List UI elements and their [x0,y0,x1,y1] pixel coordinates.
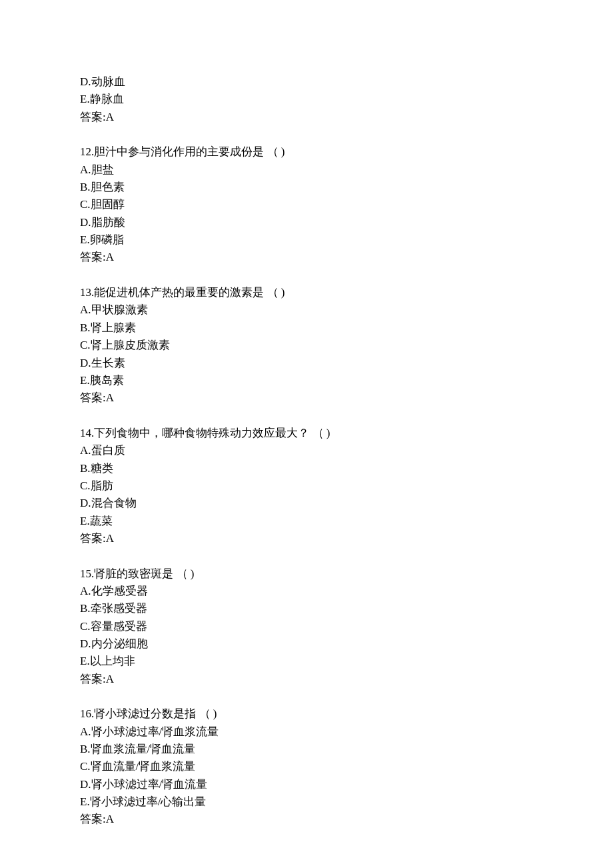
text-line [80,126,533,143]
text-line: A.肾小球滤过率/肾血浆流量 [80,723,533,741]
text-line [80,267,533,284]
text-line: C.肾血流量/肾血浆流量 [80,758,533,775]
text-line: 14.下列食物中，哪种食物特殊动力效应最大？ （ ) [80,425,533,442]
text-line: D.肾小球滤过率/肾血流量 [80,776,533,793]
text-line: 答案:A [80,109,533,126]
text-line: E.静脉血 [80,91,533,108]
text-line: B.糖类 [80,460,533,477]
text-line: C.脂肪 [80,477,533,495]
text-line: 12.胆汁中参与消化作用的主要成份是 （ ) [80,143,533,161]
text-line: E.以上均非 [80,653,533,670]
text-line: E.蔬菜 [80,513,533,530]
text-line: E.卵磷脂 [80,231,533,249]
text-line: 答案:A [80,811,533,828]
text-line: 13.能促进机体产热的最重要的激素是 （ ) [80,284,533,301]
text-line: 16.肾小球滤过分数是指 （ ) [80,705,533,723]
text-line: A.甲状腺激素 [80,301,533,319]
text-line: 答案:A [80,671,533,688]
text-line: 答案:A [80,249,533,266]
text-line: D.内分泌细胞 [80,635,533,653]
text-line: C.胆固醇 [80,196,533,213]
text-line: D.生长素 [80,355,533,372]
text-line: C.肾上腺皮质激素 [80,337,533,354]
text-line: C.容量感受器 [80,618,533,635]
text-line: 15.肾脏的致密斑是 （ ) [80,565,533,583]
text-line: D.混合食物 [80,495,533,512]
document-page: D.动脉血E.静脉血答案:A 12.胆汁中参与消化作用的主要成份是 （ )A.胆… [0,0,613,868]
text-line: A.蛋白质 [80,442,533,459]
text-line [80,688,533,705]
text-line: E.胰岛素 [80,372,533,389]
text-line: D.动脉血 [80,73,533,91]
text-line: B.牵张感受器 [80,600,533,617]
text-line [80,547,533,565]
text-line: 答案:A [80,530,533,547]
text-line: A.化学感受器 [80,583,533,600]
text-line: B.肾血浆流量/肾血流量 [80,741,533,758]
content-body: D.动脉血E.静脉血答案:A 12.胆汁中参与消化作用的主要成份是 （ )A.胆… [80,73,533,829]
text-line: A.胆盐 [80,161,533,179]
text-line: D.脂肪酸 [80,214,533,231]
text-line: 答案:A [80,389,533,407]
text-line: E.肾小球滤过率/心输出量 [80,793,533,811]
text-line: B.肾上腺素 [80,319,533,337]
text-line: B.胆色素 [80,179,533,196]
text-line [80,407,533,425]
